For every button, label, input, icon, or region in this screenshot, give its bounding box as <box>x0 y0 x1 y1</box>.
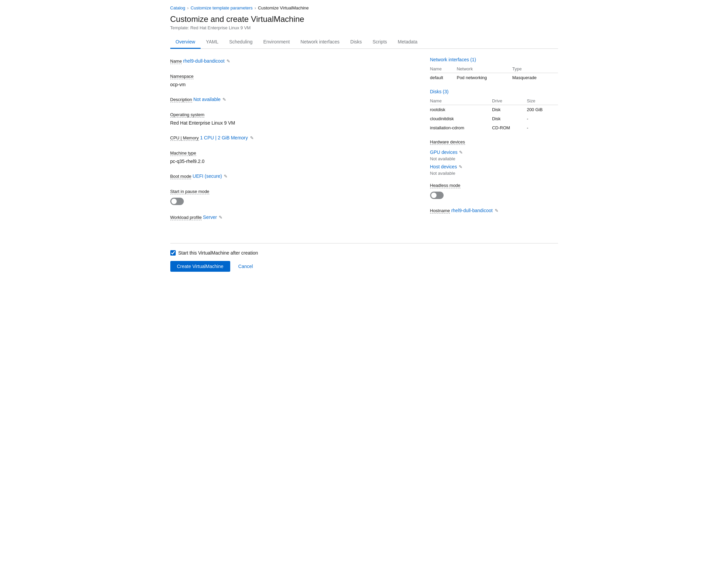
disk-row-2-size: - <box>527 114 558 123</box>
cancel-button[interactable]: Cancel <box>234 261 257 272</box>
os-value: Red Hat Enterprise Linux 9 VM <box>170 120 414 126</box>
pause-toggle[interactable] <box>170 198 184 205</box>
workload-label: Workload profile <box>170 215 202 220</box>
boot-section: Boot mode UEFI (secure) ✎ <box>170 172 414 180</box>
cpu-edit-icon[interactable]: ✎ <box>250 135 254 140</box>
os-label: Operating system <box>170 112 205 118</box>
workload-edit-icon[interactable]: ✎ <box>219 215 222 220</box>
disk-row-1-name: rootdisk <box>430 105 492 114</box>
pause-section: Start in pause mode <box>170 189 414 205</box>
disks-link[interactable]: Disks (3) <box>430 89 558 94</box>
hostname-section: Hostname rhel9-dull-bandicoot ✎ <box>430 206 558 215</box>
headless-toggle[interactable] <box>430 192 444 199</box>
disk-row-1-drive: Disk <box>492 105 527 114</box>
gpu-devices-link[interactable]: GPU devices ✎ <box>430 150 463 155</box>
hardware-title: Hardware devices <box>430 139 465 145</box>
hardware-devices-section: Hardware devices GPU devices ✎ Not avail… <box>430 139 558 176</box>
namespace-label: Namespace <box>170 74 194 79</box>
network-interfaces-table: Name Network Type default Pod networking… <box>430 65 558 82</box>
disks-col-size: Size <box>527 97 558 105</box>
disks-table: Name Drive Size rootdisk Disk 200 GiB cl… <box>430 97 558 132</box>
toggle-knob <box>171 199 177 204</box>
name-edit-icon[interactable]: ✎ <box>227 59 230 64</box>
boot-value[interactable]: UEFI (secure) ✎ <box>193 173 228 179</box>
start-after-creation-row: Start this VirtualMachine after creation <box>170 250 558 256</box>
boot-edit-icon[interactable]: ✎ <box>224 174 228 179</box>
gpu-value: Not available <box>430 156 558 161</box>
disk-row-1-size: 200 GiB <box>527 105 558 114</box>
cpu-label: CPU | Memory <box>170 135 199 141</box>
tab-environment[interactable]: Environment <box>258 36 295 49</box>
namespace-value: ocp-vm <box>170 82 414 87</box>
breadcrumb-customize-template[interactable]: Customize template parameters <box>190 5 252 10</box>
network-col-name: Name <box>430 65 457 73</box>
description-value[interactable]: Not available ✎ <box>193 97 226 102</box>
tabs: Overview YAML Scheduling Environment Net… <box>170 36 558 49</box>
machine-value: pc-q35-rhel9.2.0 <box>170 159 414 164</box>
pause-label: Start in pause mode <box>170 189 209 194</box>
disk-row-3-drive: CD-ROM <box>492 123 527 132</box>
headless-section: Headless mode <box>430 183 558 199</box>
cpu-value[interactable]: 1 CPU | 2 GiB Memory ✎ <box>200 135 253 140</box>
cpu-section: CPU | Memory 1 CPU | 2 GiB Memory ✎ <box>170 134 414 142</box>
namespace-section: Namespace ocp-vm <box>170 73 414 87</box>
start-vm-checkbox[interactable] <box>170 250 176 256</box>
button-row: Create VirtualMachine Cancel <box>170 261 558 272</box>
left-panel: Name rhel9-dull-bandicoot ✎ Namespace oc… <box>170 57 414 230</box>
description-label: Description <box>170 97 192 102</box>
network-interfaces-link[interactable]: Network interfaces (1) <box>430 57 558 62</box>
headless-toggle-knob <box>431 193 437 198</box>
host-value: Not available <box>430 171 558 176</box>
headless-label: Headless mode <box>430 183 460 188</box>
disks-col-drive: Drive <box>492 97 527 105</box>
table-row: default Pod networking Masquerade <box>430 73 558 82</box>
boot-label: Boot mode <box>170 174 192 179</box>
disk-row-2-name: cloudinitdisk <box>430 114 492 123</box>
right-panel: Network interfaces (1) Name Network Type… <box>430 57 558 230</box>
hostname-edit-icon[interactable]: ✎ <box>495 208 498 213</box>
disks-col-name: Name <box>430 97 492 105</box>
os-section: Operating system Red Hat Enterprise Linu… <box>170 112 414 126</box>
host-devices-link[interactable]: Host devices ✎ <box>430 164 462 169</box>
network-row-network: Pod networking <box>457 73 512 82</box>
gpu-edit-icon[interactable]: ✎ <box>459 150 463 155</box>
hostname-label: Hostname <box>430 208 450 213</box>
workload-value[interactable]: Server ✎ <box>203 214 222 220</box>
tab-metadata[interactable]: Metadata <box>392 36 423 49</box>
page-subtitle: Template: Red Hat Enterprise Linux 9 VM <box>170 25 558 30</box>
table-row: rootdisk Disk 200 GiB <box>430 105 558 114</box>
start-vm-label[interactable]: Start this VirtualMachine after creation <box>178 250 258 256</box>
host-edit-icon[interactable]: ✎ <box>459 164 462 169</box>
breadcrumb-sep-2: › <box>255 6 256 10</box>
table-row: installation-cdrom CD-ROM - <box>430 123 558 132</box>
tab-overview[interactable]: Overview <box>170 36 201 49</box>
page-title: Customize and create VirtualMachine <box>170 14 558 24</box>
disk-row-3-name: installation-cdrom <box>430 123 492 132</box>
tab-network-interfaces[interactable]: Network interfaces <box>295 36 345 49</box>
tab-scheduling[interactable]: Scheduling <box>224 36 258 49</box>
disk-row-3-size: - <box>527 123 558 132</box>
tab-disks[interactable]: Disks <box>345 36 367 49</box>
tab-scripts[interactable]: Scripts <box>367 36 392 49</box>
description-edit-icon[interactable]: ✎ <box>222 97 226 102</box>
name-label: Name <box>170 59 182 64</box>
disk-row-2-drive: Disk <box>492 114 527 123</box>
table-row: cloudinitdisk Disk - <box>430 114 558 123</box>
hostname-value[interactable]: rhel9-dull-bandicoot ✎ <box>451 208 498 213</box>
breadcrumb-catalog[interactable]: Catalog <box>170 5 185 10</box>
network-col-network: Network <box>457 65 512 73</box>
tab-yaml[interactable]: YAML <box>201 36 224 49</box>
name-value[interactable]: rhel9-dull-bandicoot ✎ <box>183 58 230 64</box>
content-area: Name rhel9-dull-bandicoot ✎ Namespace oc… <box>170 57 558 230</box>
pause-toggle-container <box>170 198 414 205</box>
workload-section: Workload profile Server ✎ <box>170 213 414 222</box>
network-row-type: Masquerade <box>512 73 558 82</box>
headless-toggle-container <box>430 192 558 199</box>
name-section: Name rhel9-dull-bandicoot ✎ <box>170 57 414 65</box>
description-section: Description Not available ✎ <box>170 95 414 104</box>
breadcrumb: Catalog › Customize template parameters … <box>170 5 558 10</box>
network-col-type: Type <box>512 65 558 73</box>
breadcrumb-current: Customize VirtualMachine <box>258 5 309 10</box>
create-vm-button[interactable]: Create VirtualMachine <box>170 261 230 272</box>
breadcrumb-sep-1: › <box>187 6 188 10</box>
